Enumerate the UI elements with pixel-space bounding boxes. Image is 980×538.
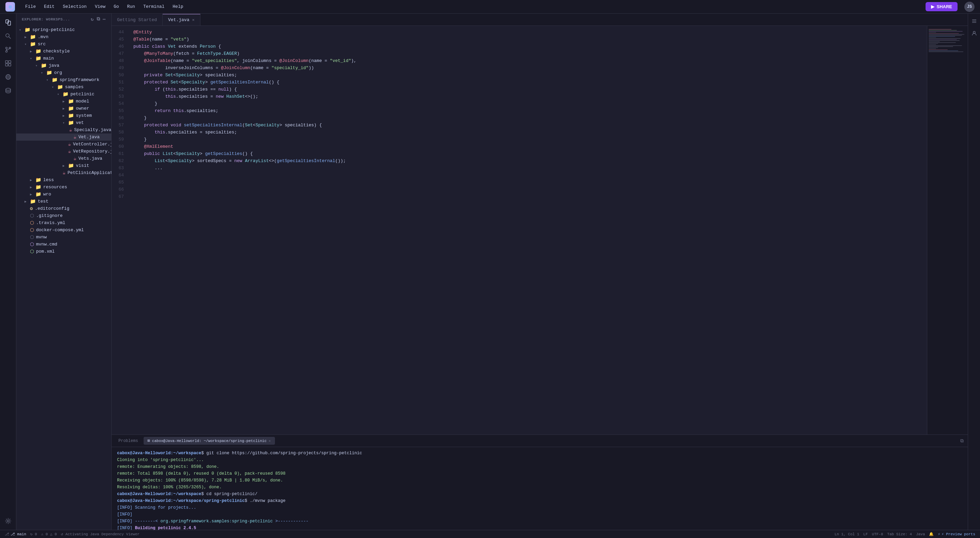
terminal-line-5: Receiving objects: 100% (8598/8598), 7.2… — [117, 477, 962, 484]
tab-getting-started[interactable]: Getting Started — [111, 14, 163, 26]
tree-item-spring-petclinic[interactable]: ▾ 📁 spring-petclinic — [16, 26, 111, 34]
terminal-tab-problems[interactable]: Problems — [115, 437, 142, 445]
tree-item-vet-folder[interactable]: ▾ 📁 vet — [16, 119, 111, 126]
bell-icon: 🔔 — [929, 532, 934, 536]
tree-item-vetcontroller-java[interactable]: ☕ VetController.java — [16, 140, 111, 148]
status-encoding[interactable]: UTF-8 — [870, 532, 885, 536]
tree-item-specialty-java[interactable]: ☕ Specialty.java — [16, 126, 111, 134]
settings-activity-icon[interactable] — [2, 515, 14, 527]
folder-arrow: ▶ — [63, 99, 68, 104]
folder-arrow: ▾ — [63, 121, 68, 125]
terminal-tab-main[interactable]: ⊞ cabox@Java-Helloworld: ~/workspace/spr… — [143, 437, 275, 445]
status-branch[interactable]: ⎇ ⎇ main — [3, 532, 28, 536]
svg-point-23 — [973, 31, 975, 34]
tree-item-visit[interactable]: ▶ 📁 visit — [16, 162, 111, 169]
menu-file[interactable]: File — [22, 3, 39, 11]
status-tab-size[interactable]: Tab Size: 4 — [885, 532, 914, 536]
status-bell[interactable]: 🔔 — [927, 532, 936, 536]
tree-item-less[interactable]: ▶ 📁 less — [16, 176, 111, 184]
right-bar-list-icon[interactable] — [969, 16, 979, 26]
tree-item-travis-yml[interactable]: ⬡ .travis.yml — [16, 219, 111, 227]
sidebar-new-file-icon[interactable]: ⧉ — [97, 16, 100, 22]
database-activity-icon[interactable] — [2, 85, 14, 97]
right-bar-person-icon[interactable] — [969, 29, 979, 38]
folder-arrow: ▾ — [57, 92, 63, 96]
java-file-icon: ☕ — [69, 127, 72, 133]
search-activity-icon[interactable] — [2, 30, 14, 42]
tree-item-vets-java[interactable]: ☕ Vets.java — [16, 155, 111, 162]
terminal-line-11: [INFO] --------< org.springframework.sam… — [117, 518, 962, 525]
terminal-line-6: Resolving deltas: 100% (3265/3265), done… — [117, 484, 962, 491]
svg-point-1 — [9, 5, 11, 8]
menu-selection[interactable]: Selection — [59, 3, 90, 11]
tree-item-test[interactable]: ▶ 📁 test — [16, 198, 111, 205]
code-content[interactable]: @Entity @Table(name = "vets") public cla… — [128, 26, 927, 434]
sidebar-refresh-icon[interactable]: ↻ — [91, 16, 94, 22]
folder-icon: 📁 — [52, 77, 57, 83]
terminal-tab-close-icon[interactable]: ✕ — [269, 439, 271, 443]
tree-item-mvn[interactable]: ▶ 📁 .mvn — [16, 34, 111, 40]
tree-item-vet-java[interactable]: ☕ Vet.java — [16, 134, 111, 140]
tree-item-org[interactable]: ▾ 📁 org — [16, 69, 111, 76]
status-position[interactable]: Ln 1, Col 1 — [832, 532, 861, 536]
menu-view[interactable]: View — [92, 3, 109, 11]
status-errors[interactable]: ⚠ 0 △ 0 — [39, 532, 59, 536]
tree-item-mvnw[interactable]: ⬡ mvnw — [16, 233, 111, 241]
tree-item-springframework[interactable]: ▾ 📁 springframework — [16, 76, 111, 83]
explorer-activity-icon[interactable] — [2, 16, 14, 29]
menu-run[interactable]: Run — [124, 3, 138, 11]
status-preview-ports[interactable]: ⚡ ⚡ Preview ports — [936, 532, 977, 536]
tree-item-main[interactable]: ▾ 📁 main — [16, 55, 111, 62]
tab-vet-java[interactable]: Vet.java ✕ — [163, 14, 200, 26]
extensions-activity-icon[interactable] — [2, 57, 14, 69]
sidebar-more-icon[interactable]: ⋯ — [103, 16, 106, 22]
terminal-line-10: [INFO] — [117, 511, 962, 518]
yaml-file-icon: ⬡ — [30, 227, 34, 233]
folder-icon: 📁 — [68, 163, 74, 169]
tree-item-java[interactable]: ▾ 📁 java — [16, 62, 111, 69]
source-control-activity-icon[interactable] — [2, 43, 14, 56]
status-line-ending[interactable]: LF — [861, 532, 870, 536]
menu-help[interactable]: Help — [169, 3, 186, 11]
tree-item-wro[interactable]: ▶ 📁 wro — [16, 191, 111, 198]
tree-item-petclinic[interactable]: ▾ 📁 petclinic — [16, 91, 111, 98]
terminal-line-4: remote: Total 8598 (delta 0), reused 0 (… — [117, 470, 962, 477]
status-language[interactable]: Java — [914, 532, 927, 536]
menu-go[interactable]: Go — [110, 3, 123, 11]
tree-item-checkstyle[interactable]: ▶ 📁 checkstyle — [16, 48, 111, 55]
menu-bar: File Edit Selection View Go Run Terminal… — [22, 3, 187, 11]
folder-arrow: ▾ — [41, 71, 46, 75]
tree-item-src[interactable]: ▾ 📁 src — [16, 40, 111, 48]
tree-item-petclinic-app[interactable]: ☕ PetClinicApplicati... — [16, 169, 111, 176]
menu-terminal[interactable]: Terminal — [140, 3, 168, 11]
tree-item-samples[interactable]: ▾ 📁 samples — [16, 83, 111, 91]
folder-arrow: ▶ — [30, 192, 35, 196]
tab-close-icon[interactable]: ✕ — [192, 18, 194, 22]
yaml-file-icon: ⬡ — [30, 220, 34, 226]
tree-item-model[interactable]: ▶ 📁 model — [16, 98, 111, 105]
status-bar: ⎇ ⎇ main ↻ 0 ⚠ 0 △ 0 ↺ Activating Java D… — [0, 530, 980, 538]
terminal-line-12: [INFO] Building petclinic 2.4.5 — [117, 525, 962, 530]
folder-icon: 📁 — [35, 184, 41, 190]
tree-item-gitignore[interactable]: ⬡ .gitignore — [16, 212, 111, 219]
svg-rect-10 — [5, 61, 8, 63]
tree-item-resources[interactable]: ▶ 📁 resources — [16, 184, 111, 191]
menu-edit[interactable]: Edit — [40, 3, 58, 11]
terminal-split-button[interactable]: ⧉ — [959, 437, 965, 445]
tree-item-docker-compose[interactable]: ⬡ docker-compose.yml — [16, 227, 111, 233]
tree-item-pom-xml[interactable]: ⬡ pom.xml — [16, 248, 111, 255]
java-file-icon: ☕ — [68, 141, 71, 147]
terminal-content[interactable]: cabox@Java-Helloworld:~/workspace$ git c… — [111, 447, 968, 530]
tree-item-mvnw-cmd[interactable]: ⬡ mvnw.cmd — [16, 241, 111, 248]
share-button[interactable]: ▶ SHARE — [926, 2, 958, 11]
status-sync[interactable]: ↻ 0 — [28, 532, 39, 536]
tree-item-editorconfig[interactable]: ⚙ .editorconfig — [16, 205, 111, 212]
tree-item-vetrepository-java[interactable]: ☕ VetRepository.java — [16, 148, 111, 155]
tree-item-owner[interactable]: ▶ 📁 owner — [16, 105, 111, 112]
file-icon: ⬡ — [30, 234, 34, 240]
tree-item-system[interactable]: ▶ 📁 system — [16, 112, 111, 119]
user-avatar: JS — [964, 2, 975, 12]
remote-activity-icon[interactable] — [2, 71, 14, 83]
xml-file-icon: ⬡ — [30, 249, 34, 254]
folder-icon: 📁 — [24, 27, 30, 33]
